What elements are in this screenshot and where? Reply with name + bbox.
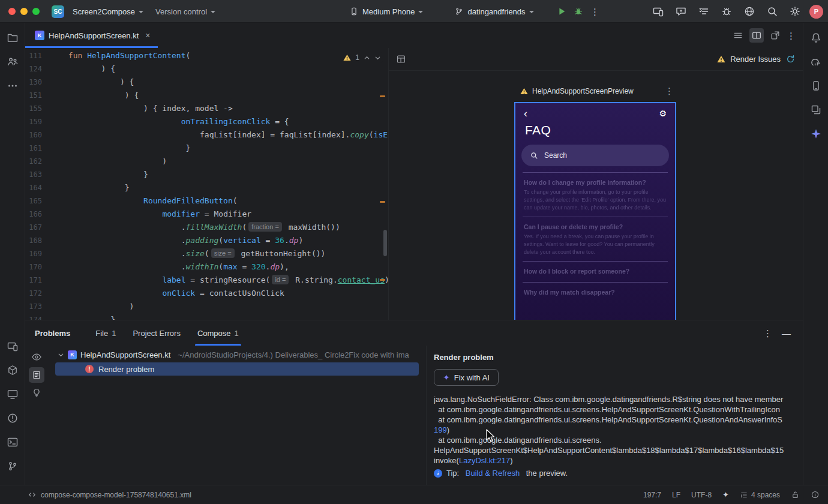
code-line[interactable]: 173 ) bbox=[25, 300, 388, 313]
line-number[interactable]: 169 bbox=[25, 247, 64, 260]
code-line[interactable]: 161 } bbox=[25, 142, 388, 155]
line-number[interactable]: 124 bbox=[25, 62, 64, 76]
code-line[interactable]: 151 ) { bbox=[25, 89, 388, 102]
line-number[interactable]: 161 bbox=[25, 142, 64, 155]
notifications-bell-icon[interactable] bbox=[806, 28, 826, 48]
problems-file-row[interactable]: K HelpAndSupportScreen.kt ~/AndroidStudi… bbox=[48, 348, 426, 361]
build-refresh-link[interactable]: Build & Refresh bbox=[466, 469, 520, 478]
code-line[interactable]: 160 faqList[index] = faqList[index].copy… bbox=[25, 128, 388, 142]
gemini-spark-icon[interactable] bbox=[806, 124, 826, 144]
inspections-widget[interactable]: 1 bbox=[341, 52, 383, 63]
indent-setting[interactable]: 4 spaces bbox=[740, 491, 780, 499]
code-line[interactable]: 167 .fillMaxWidth(fraction = maxWidth()) bbox=[25, 221, 388, 234]
open-files-list-icon[interactable] bbox=[733, 30, 743, 41]
minimize-window-button[interactable] bbox=[20, 8, 28, 15]
problems-tab-compose[interactable]: Compose1 bbox=[189, 320, 247, 346]
line-number[interactable]: 160 bbox=[25, 128, 64, 142]
quick-fix-bulb-icon[interactable] bbox=[29, 385, 44, 401]
line-number[interactable]: 174 bbox=[25, 313, 64, 320]
code-line[interactable]: 159 onTrailingIconClick = { bbox=[25, 115, 388, 128]
running-devices-icon[interactable] bbox=[650, 3, 667, 20]
device-selector[interactable]: Medium Phone bbox=[346, 4, 427, 19]
problems-tab-project-errors[interactable]: Project Errors bbox=[124, 320, 188, 346]
code-line[interactable]: 169 .size(size = getButtonHeight()) bbox=[25, 247, 388, 260]
faq-item[interactable]: Can I pause or delete my profile?Yes. If… bbox=[523, 217, 668, 261]
refresh-preview-icon[interactable] bbox=[785, 54, 796, 64]
faq-item[interactable]: How do I change my profile information?T… bbox=[523, 172, 668, 217]
faq-search-bar[interactable]: Search bbox=[521, 145, 669, 166]
bug-report-icon[interactable] bbox=[718, 3, 735, 20]
error-stripe-mark[interactable] bbox=[380, 95, 385, 97]
line-number[interactable]: 151 bbox=[25, 89, 64, 102]
device-manager-icon[interactable] bbox=[806, 76, 826, 96]
code-line[interactable]: 174 } bbox=[25, 313, 388, 320]
package-icon[interactable] bbox=[2, 360, 23, 380]
project-folder-icon[interactable] bbox=[2, 28, 23, 48]
code-line[interactable]: 164 } bbox=[25, 181, 388, 194]
info-circle-icon[interactable] bbox=[811, 490, 820, 499]
version-control-icon[interactable] bbox=[2, 456, 23, 476]
line-number[interactable]: 164 bbox=[25, 181, 64, 194]
problem-row-selected[interactable]: ! Render problem bbox=[55, 362, 419, 376]
ai-chat-icon[interactable] bbox=[673, 3, 689, 20]
code-line[interactable]: 171 label = stringResource(id = R.string… bbox=[25, 274, 388, 287]
code-editor[interactable]: 1 111 fun HelpAndSupportContent(124 ) {1… bbox=[25, 48, 388, 320]
close-window-button[interactable] bbox=[8, 8, 16, 15]
fix-with-ai-button[interactable]: ✦ Fix with AI bbox=[434, 369, 499, 386]
settings-gear-icon[interactable]: ⚙ bbox=[659, 109, 667, 118]
line-number[interactable]: 166 bbox=[25, 208, 64, 221]
task-list-icon[interactable] bbox=[695, 3, 712, 20]
line-number[interactable]: 167 bbox=[25, 221, 64, 234]
terminal-icon[interactable] bbox=[2, 432, 23, 452]
detach-editor-icon[interactable] bbox=[770, 30, 781, 41]
line-number[interactable]: 168 bbox=[25, 234, 64, 247]
editor-options-icon[interactable]: ⋮ bbox=[787, 31, 796, 40]
preview-options-icon[interactable]: ⋮ bbox=[665, 86, 674, 95]
line-number[interactable]: 165 bbox=[25, 194, 64, 208]
line-number[interactable]: 163 bbox=[25, 168, 64, 181]
line-number[interactable]: 162 bbox=[25, 155, 64, 168]
back-icon[interactable]: ‹ bbox=[524, 109, 527, 118]
line-number[interactable]: 170 bbox=[25, 260, 64, 274]
minimize-panel-icon[interactable]: — bbox=[782, 328, 791, 338]
search-icon[interactable] bbox=[764, 3, 781, 20]
code-line[interactable]: 165 RoundedFilledButton( bbox=[25, 194, 388, 208]
line-number[interactable]: 111 bbox=[25, 49, 64, 62]
ai-status-icon[interactable]: ✦ bbox=[722, 490, 729, 499]
problem-details-icon[interactable] bbox=[29, 367, 44, 383]
caret-position[interactable]: 197:7 bbox=[643, 491, 661, 499]
code-line[interactable]: 130 ) { bbox=[25, 76, 388, 89]
prev-problem-icon[interactable] bbox=[364, 55, 370, 61]
faq-item[interactable]: How do I block or report someone? bbox=[523, 261, 668, 282]
line-number[interactable]: 172 bbox=[25, 287, 64, 300]
preview-problem-icon[interactable] bbox=[29, 349, 44, 365]
logcat-monitor-icon[interactable] bbox=[2, 384, 23, 404]
settings-gear-icon[interactable] bbox=[787, 3, 803, 20]
editor-tab-active[interactable]: K HelpAndSupportScreen.kt × bbox=[25, 23, 158, 48]
vcs-menu[interactable]: Version control bbox=[152, 5, 219, 19]
build-variants-icon[interactable] bbox=[806, 100, 826, 120]
code-line[interactable]: 172 onClick = contactUsOnClick bbox=[25, 287, 388, 300]
code-line[interactable]: 163 } bbox=[25, 168, 388, 181]
device-explorer-icon[interactable] bbox=[2, 336, 23, 356]
code-line[interactable]: 155 ) { index, model -> bbox=[25, 102, 388, 115]
line-number[interactable]: 171 bbox=[25, 274, 64, 287]
line-number[interactable]: 173 bbox=[25, 300, 64, 313]
render-issues-label[interactable]: Render Issues bbox=[730, 55, 781, 64]
line-separator[interactable]: LF bbox=[672, 491, 680, 499]
code-line[interactable]: 166 modifier = Modifier bbox=[25, 208, 388, 221]
code-line[interactable]: 168 .padding(vertical = 36.dp) bbox=[25, 234, 388, 247]
branch-selector[interactable]: datingandfriends bbox=[451, 4, 537, 19]
stack-trace-link[interactable]: 199 bbox=[434, 425, 447, 434]
chevron-down-icon[interactable] bbox=[58, 352, 64, 358]
unlock-icon[interactable] bbox=[791, 490, 800, 499]
close-tab-icon[interactable]: × bbox=[145, 31, 150, 40]
split-editor-icon[interactable] bbox=[749, 28, 764, 43]
preview-layout-icon[interactable] bbox=[396, 54, 406, 64]
problems-icon[interactable] bbox=[2, 408, 23, 428]
code-line[interactable]: 170 .widthIn(max = 320.dp), bbox=[25, 260, 388, 274]
collaborators-icon[interactable] bbox=[2, 52, 23, 72]
debug-button[interactable] bbox=[570, 3, 587, 20]
project-switcher[interactable]: Screen2Compose bbox=[69, 5, 147, 19]
problems-tab-file[interactable]: File1 bbox=[87, 320, 124, 346]
